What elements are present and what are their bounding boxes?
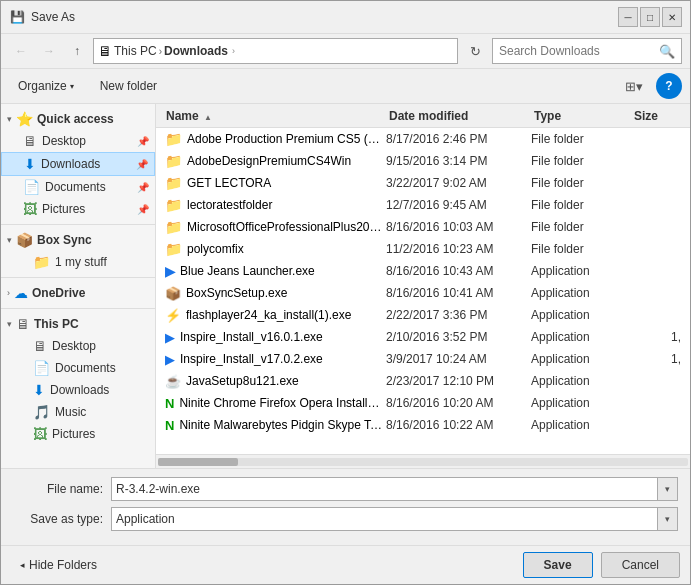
- hide-folders-button[interactable]: ◂ Hide Folders: [11, 553, 106, 577]
- documents-icon: 📄: [23, 179, 40, 195]
- desktop-pin: 📌: [137, 136, 149, 147]
- filename-dropdown-btn[interactable]: ▾: [658, 477, 678, 501]
- breadcrumb-downloads[interactable]: Downloads: [164, 44, 228, 58]
- file-date: 9/15/2016 3:14 PM: [386, 154, 531, 168]
- filetype-value: Application: [116, 512, 175, 526]
- forward-button[interactable]: →: [37, 39, 61, 63]
- this-pc-pictures-icon: 🖼: [33, 426, 47, 442]
- sidebar-item-1-my-stuff[interactable]: 📁 1 my stuff: [1, 251, 155, 273]
- file-date: 3/9/2017 10:24 AM: [386, 352, 531, 366]
- this-pc-desktop-icon: 🖥: [33, 338, 47, 354]
- file-type: File folder: [531, 154, 631, 168]
- table-row[interactable]: ▶ Inspire_Install_v16.0.1.exe 2/10/2016 …: [156, 326, 690, 348]
- sidebar-item-this-pc-pictures[interactable]: 🖼 Pictures: [1, 423, 155, 445]
- sidebar-section-box-sync: ▾ 📦 Box Sync 📁 1 my stuff: [1, 229, 155, 273]
- sidebar-box-sync-header[interactable]: ▾ 📦 Box Sync: [1, 229, 155, 251]
- file-size: 1,: [631, 352, 681, 366]
- sidebar-item-this-pc-documents[interactable]: 📄 Documents: [1, 357, 155, 379]
- filetype-select-wrapper: Application ▾: [111, 507, 678, 531]
- file-date: 8/16/2016 10:41 AM: [386, 286, 531, 300]
- sidebar-item-pictures[interactable]: 🖼 Pictures 📌: [1, 198, 155, 220]
- sidebar-item-documents[interactable]: 📄 Documents 📌: [1, 176, 155, 198]
- hscroll-bar[interactable]: [156, 454, 690, 468]
- minimize-button[interactable]: ─: [618, 7, 638, 27]
- table-row[interactable]: 📁 MicrosoftOfficeProfessionalPlus2016_Wi…: [156, 216, 690, 238]
- filetype-row: Save as type: Application ▾: [13, 507, 678, 531]
- organize-button[interactable]: Organize ▾: [9, 75, 83, 97]
- refresh-button[interactable]: ↻: [462, 38, 488, 64]
- search-input[interactable]: [499, 44, 655, 58]
- hscroll-track: [158, 458, 688, 466]
- save-button[interactable]: Save: [523, 552, 593, 578]
- sidebar-item-this-pc-music[interactable]: 🎵 Music: [1, 401, 155, 423]
- table-row[interactable]: ⚡ flashplayer24_ka_install(1).exe 2/22/2…: [156, 304, 690, 326]
- up-button[interactable]: ↑: [65, 39, 89, 63]
- file-icon: 📁: [165, 131, 182, 147]
- breadcrumb-this-pc[interactable]: This PC: [114, 44, 157, 58]
- file-list: 📁 Adobe Production Premium CS5 (WIN) 8/1…: [156, 128, 690, 454]
- col-header-type[interactable]: Type: [532, 109, 632, 123]
- help-button[interactable]: ?: [656, 73, 682, 99]
- search-box[interactable]: 🔍: [492, 38, 682, 64]
- quick-access-label: Quick access: [37, 112, 114, 126]
- file-type: Application: [531, 396, 631, 410]
- table-row[interactable]: ▶ Inspire_Install_v17.0.2.exe 3/9/2017 1…: [156, 348, 690, 370]
- file-list-header: Name ▲ Date modified Type Size: [156, 104, 690, 128]
- file-date: 8/16/2016 10:03 AM: [386, 220, 531, 234]
- back-button[interactable]: ←: [9, 39, 33, 63]
- table-row[interactable]: 📦 BoxSyncSetup.exe 8/16/2016 10:41 AM Ap…: [156, 282, 690, 304]
- table-row[interactable]: 📁 lectoratestfolder 12/7/2016 9:45 AM Fi…: [156, 194, 690, 216]
- hscroll-thumb: [158, 458, 238, 466]
- file-icon: ▶: [165, 352, 175, 367]
- view-options-button[interactable]: ⊞▾: [620, 73, 648, 99]
- filetype-select[interactable]: Application: [111, 507, 658, 531]
- table-row[interactable]: 📁 polycomfix 11/2/2016 10:23 AM File fol…: [156, 238, 690, 260]
- table-row[interactable]: N Ninite Chrome Firefox Opera Installer.…: [156, 392, 690, 414]
- file-name: lectoratestfolder: [187, 198, 386, 212]
- computer-icon: 🖥: [98, 43, 112, 59]
- file-area: Name ▲ Date modified Type Size 📁 Adobe P…: [156, 104, 690, 468]
- col-header-date[interactable]: Date modified: [387, 109, 532, 123]
- table-row[interactable]: ▶ Blue Jeans Launcher.exe 8/16/2016 10:4…: [156, 260, 690, 282]
- file-date: 2/22/2017 3:36 PM: [386, 308, 531, 322]
- table-row[interactable]: ☕ JavaSetup8u121.exe 2/23/2017 12:10 PM …: [156, 370, 690, 392]
- file-date: 8/17/2016 2:46 PM: [386, 132, 531, 146]
- sidebar-separator-1: [1, 224, 155, 225]
- table-row[interactable]: 📁 Adobe Production Premium CS5 (WIN) 8/1…: [156, 128, 690, 150]
- organize-chevron: ▾: [70, 82, 74, 91]
- sidebar-onedrive-header[interactable]: › ☁ OneDrive: [1, 282, 155, 304]
- nav-bar: ← → ↑ 🖥 This PC › Downloads › ↻ 🔍: [1, 34, 690, 69]
- downloads-label: Downloads: [41, 157, 100, 171]
- sidebar-item-desktop[interactable]: 🖥 Desktop 📌: [1, 130, 155, 152]
- table-row[interactable]: N Ninite Malwarebytes Pidgin Skype Team.…: [156, 414, 690, 436]
- breadcrumb: 🖥 This PC › Downloads ›: [93, 38, 458, 64]
- breadcrumb-expand[interactable]: ›: [232, 46, 235, 56]
- cancel-button[interactable]: Cancel: [601, 552, 680, 578]
- sidebar-item-this-pc-desktop[interactable]: 🖥 Desktop: [1, 335, 155, 357]
- new-folder-button[interactable]: New folder: [91, 75, 166, 97]
- sidebar-this-pc-header[interactable]: ▾ 🖥 This PC: [1, 313, 155, 335]
- quick-access-icon: ⭐: [16, 111, 33, 127]
- dialog-title: Save As: [31, 10, 618, 24]
- file-icon: 📁: [165, 153, 182, 169]
- this-pc-documents-label: Documents: [55, 361, 116, 375]
- breadcrumb-separator: ›: [159, 46, 162, 57]
- col-header-name[interactable]: Name ▲: [164, 109, 387, 123]
- file-icon: 📁: [165, 219, 182, 235]
- maximize-button[interactable]: □: [640, 7, 660, 27]
- col-header-size[interactable]: Size: [632, 109, 682, 123]
- table-row[interactable]: 📁 AdobeDesignPremiumCS4Win 9/15/2016 3:1…: [156, 150, 690, 172]
- table-row[interactable]: 📁 GET LECTORA 3/22/2017 9:02 AM File fol…: [156, 172, 690, 194]
- content-area: ▾ ⭐ Quick access 🖥 Desktop 📌 ⬇ Downloads…: [1, 104, 690, 468]
- sidebar-item-this-pc-downloads[interactable]: ⬇ Downloads: [1, 379, 155, 401]
- sidebar-item-downloads[interactable]: ⬇ Downloads 📌: [1, 152, 155, 176]
- sidebar-section-onedrive: › ☁ OneDrive: [1, 282, 155, 304]
- file-name: BoxSyncSetup.exe: [186, 286, 386, 300]
- filetype-dropdown-btn[interactable]: ▾: [658, 507, 678, 531]
- file-type: File folder: [531, 132, 631, 146]
- sidebar-separator-3: [1, 308, 155, 309]
- sidebar-quick-access-header[interactable]: ▾ ⭐ Quick access: [1, 108, 155, 130]
- filename-input[interactable]: [111, 477, 658, 501]
- onedrive-icon: ☁: [14, 285, 28, 301]
- close-button[interactable]: ✕: [662, 7, 682, 27]
